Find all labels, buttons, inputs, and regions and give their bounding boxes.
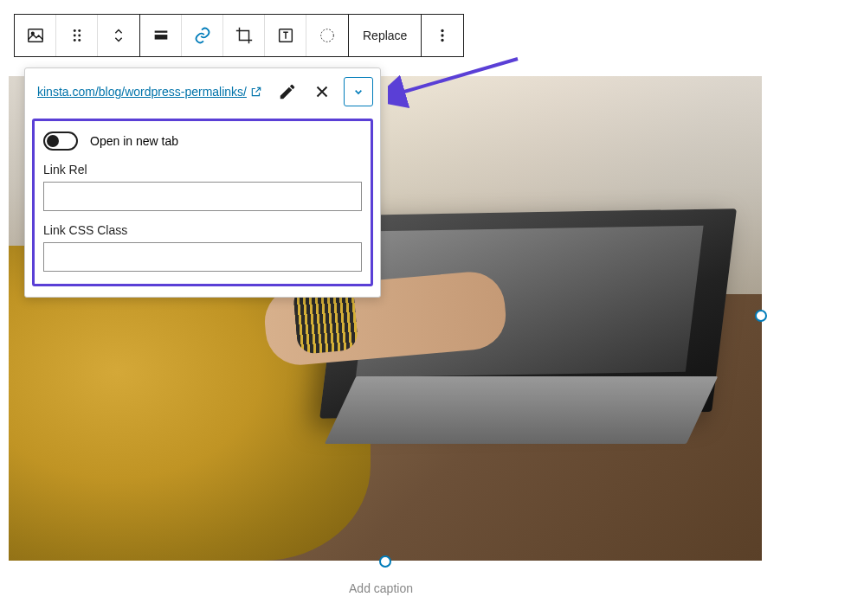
crop-button[interactable] (223, 15, 265, 56)
link-css-class-input[interactable] (43, 242, 362, 272)
svg-point-7 (78, 39, 81, 42)
external-link-icon (250, 86, 262, 98)
edit-icon (278, 82, 297, 101)
drag-handle[interactable] (56, 15, 98, 56)
resize-handle-right[interactable] (755, 310, 767, 322)
link-icon (193, 26, 212, 45)
move-up-down-button[interactable] (98, 15, 139, 56)
link-url-row: kinsta.com/blog/wordpress-permalinks/ (25, 68, 380, 115)
text-overlay-button[interactable] (265, 15, 306, 56)
svg-rect-8 (154, 31, 167, 33)
drag-icon (68, 26, 87, 45)
link-url-display[interactable]: kinsta.com/blog/wordpress-permalinks/ (37, 85, 268, 99)
crop-icon (235, 26, 254, 45)
move-up-down-icon (109, 26, 128, 45)
align-button[interactable] (140, 15, 182, 56)
resize-handle-bottom[interactable] (379, 555, 391, 568)
svg-rect-0 (28, 29, 42, 42)
open-new-tab-label: Open in new tab (90, 134, 178, 148)
text-overlay-icon (276, 26, 295, 45)
link-rel-input[interactable] (43, 182, 362, 211)
link-settings-toggle-button[interactable] (344, 77, 373, 106)
remove-link-button[interactable] (307, 77, 337, 106)
edit-link-button[interactable] (273, 77, 302, 106)
svg-point-13 (442, 34, 444, 36)
svg-point-11 (321, 29, 334, 42)
insert-link-button[interactable] (182, 15, 223, 56)
replace-button[interactable]: Replace (349, 15, 421, 56)
close-icon (313, 82, 332, 101)
svg-point-6 (73, 39, 75, 42)
link-advanced-settings: Open in new tab Link Rel Link CSS Class (32, 119, 373, 286)
image-icon (26, 26, 45, 45)
open-new-tab-row: Open in new tab (43, 132, 362, 151)
align-icon (152, 26, 171, 45)
svg-point-12 (442, 29, 444, 32)
image-caption-input[interactable]: Add caption (0, 581, 762, 595)
link-css-class-label: Link CSS Class (43, 223, 362, 237)
svg-point-14 (442, 39, 444, 42)
open-new-tab-toggle[interactable] (43, 132, 78, 151)
more-options-button[interactable] (422, 15, 463, 56)
link-url-text: kinsta.com/blog/wordpress-permalinks/ (37, 85, 247, 99)
block-type-image-button[interactable] (15, 15, 56, 56)
chevron-down-icon (351, 85, 365, 99)
duotone-icon (318, 26, 337, 45)
toggle-knob (47, 135, 59, 147)
svg-rect-9 (154, 35, 167, 40)
svg-point-5 (78, 35, 81, 37)
svg-point-3 (78, 29, 81, 32)
link-settings-popover: kinsta.com/blog/wordpress-permalinks/ Op… (24, 67, 381, 298)
block-toolbar: Replace (14, 14, 464, 57)
duotone-button[interactable] (306, 15, 348, 56)
svg-point-4 (73, 35, 75, 37)
more-options-icon (433, 26, 452, 45)
photo-keyboard (325, 376, 718, 444)
svg-point-2 (73, 29, 75, 32)
link-rel-label: Link Rel (43, 163, 362, 176)
